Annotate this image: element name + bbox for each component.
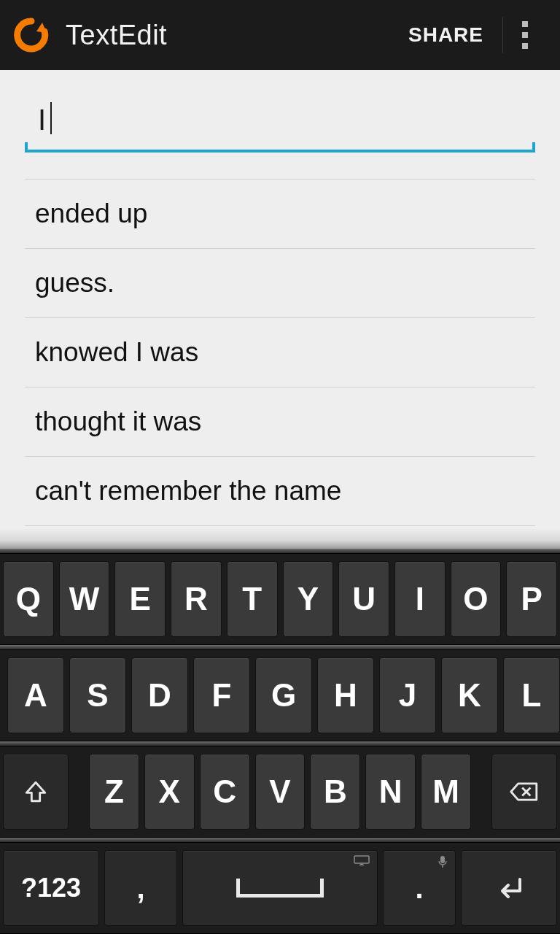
key-m[interactable]: M [421, 754, 471, 830]
keyboard-row-2: A S D F G H J K L [0, 649, 560, 741]
key-h[interactable]: H [317, 657, 374, 733]
key-s[interactable]: S [69, 657, 126, 733]
key-r[interactable]: R [171, 561, 222, 637]
backspace-key[interactable] [491, 754, 557, 830]
key-k[interactable]: K [441, 657, 498, 733]
space-icon [236, 879, 324, 898]
shift-key[interactable] [3, 754, 69, 830]
text-cursor [50, 102, 52, 134]
keyboard-row-3: Z X C V B N M [0, 746, 560, 838]
app-header: TextEdit SHARE [0, 0, 560, 70]
comma-key[interactable]: , [104, 850, 177, 926]
share-button[interactable]: SHARE [389, 23, 502, 47]
key-v[interactable]: V [255, 754, 306, 830]
key-y[interactable]: Y [283, 561, 334, 637]
key-i[interactable]: I [394, 561, 446, 637]
keyboard-row-1: Q W E R T Y U I O P [0, 553, 560, 645]
key-z[interactable]: Z [89, 754, 139, 830]
enter-key[interactable] [461, 850, 557, 926]
period-key[interactable]: . [383, 850, 456, 926]
suggestion-item[interactable]: ended up [25, 179, 535, 248]
input-value: I [38, 104, 46, 136]
mic-icon [438, 855, 448, 872]
key-w[interactable]: W [59, 561, 110, 637]
key-f[interactable]: F [193, 657, 250, 733]
space-key[interactable] [182, 850, 378, 926]
key-t[interactable]: T [227, 561, 278, 637]
key-j[interactable]: J [379, 657, 436, 733]
svg-rect-0 [354, 856, 369, 863]
suggestion-item[interactable]: guess. [25, 248, 535, 317]
app-title: TextEdit [66, 20, 389, 51]
key-e[interactable]: E [114, 561, 166, 637]
key-d[interactable]: D [131, 657, 188, 733]
suggestion-item[interactable]: can't remember the name [25, 456, 535, 526]
suggestion-item[interactable]: knowed I was [25, 317, 535, 387]
key-g[interactable]: G [255, 657, 312, 733]
keyboard-settings-icon [354, 855, 370, 871]
suggestion-item[interactable]: thought it was [25, 387, 535, 456]
keyboard-row-4: ?123 , . [0, 842, 560, 934]
on-screen-keyboard: Q W E R T Y U I O P A S D F G H J K L Z … [0, 528, 560, 934]
key-a[interactable]: A [7, 657, 64, 733]
key-u[interactable]: U [338, 561, 389, 637]
key-p[interactable]: P [506, 561, 557, 637]
key-c[interactable]: C [200, 754, 250, 830]
key-n[interactable]: N [365, 754, 416, 830]
key-q[interactable]: Q [3, 561, 54, 637]
text-input[interactable]: I [25, 95, 535, 153]
app-icon [13, 17, 50, 53]
content-area: I ended up guess. knowed I was thought i… [0, 70, 560, 526]
overflow-menu-button[interactable] [503, 0, 547, 70]
svg-rect-1 [440, 856, 445, 863]
symbols-key[interactable]: ?123 [3, 850, 99, 926]
key-x[interactable]: X [144, 754, 195, 830]
key-b[interactable]: B [310, 754, 360, 830]
key-o[interactable]: O [451, 561, 502, 637]
key-l[interactable]: L [503, 657, 560, 733]
